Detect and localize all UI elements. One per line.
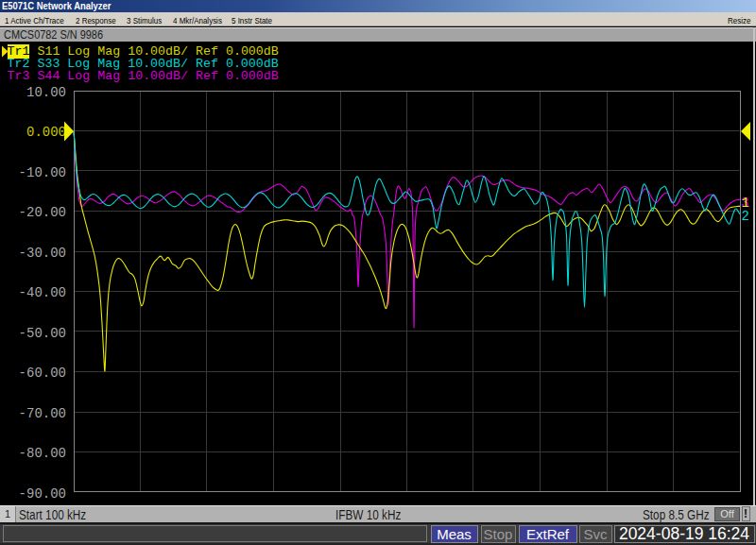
- svg-text:2: 2: [742, 209, 749, 224]
